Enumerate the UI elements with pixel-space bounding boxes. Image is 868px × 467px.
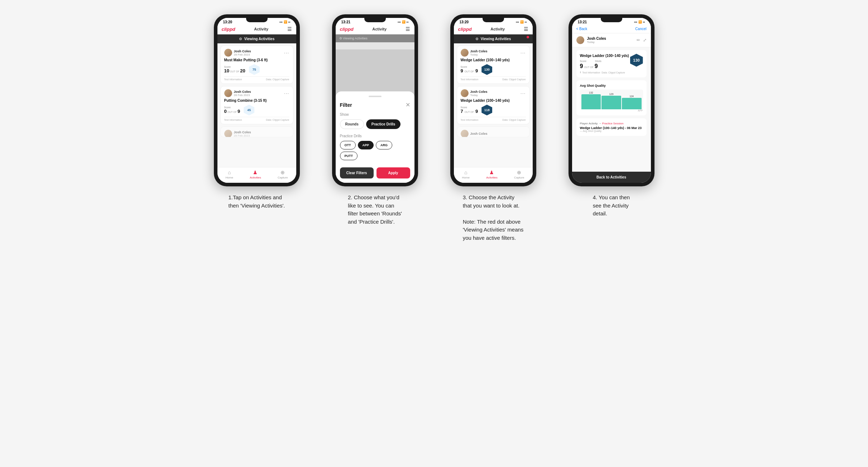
score-block-1-2: Score 0 OUT OF 9 [224, 106, 240, 114]
user-date-1-1: 28 Feb 2023 [234, 53, 251, 56]
signal-icon-2: ▪▪▪ [398, 20, 401, 24]
activity-item-3-1[interactable]: Josh Coles Today ··· Wedge Ladder (100–1… [457, 46, 530, 84]
activity-item-3-3[interactable]: Josh Coles [457, 127, 530, 137]
menu-icon-3[interactable]: ☰ [524, 26, 528, 32]
step-4: 13:21 ▪▪▪ 🛜 ▪▪ < Back Cancel [558, 14, 665, 218]
status-icons-2: ▪▪▪ 🛜 ▪▪ [398, 20, 408, 24]
sq-hex-1-2: 45 [244, 105, 254, 115]
nav-capture-1[interactable]: ⊕ Capture [278, 170, 288, 179]
activities-icon-1: ♟ [253, 170, 258, 175]
bar-2-4 [601, 96, 621, 109]
nav-activities-1[interactable]: ♟ Activities [250, 170, 261, 179]
detail-user-name-4: Josh Coles [587, 37, 606, 40]
status-icons-4: ▪▪▪ 🛜 ▪▪ [634, 20, 645, 24]
notch-4 [601, 18, 622, 22]
drill-putt-2[interactable]: PUTT [340, 152, 358, 160]
back-button-4[interactable]: < Back [576, 27, 588, 31]
back-activities-button-4[interactable]: Back to Activities [572, 172, 651, 183]
signal-icon-4: ▪▪▪ [634, 20, 637, 24]
viewing-bar-1[interactable]: ⚙ Viewing Activities [217, 34, 296, 43]
info-row-1-1: Test Information Data: Clippd Capture [224, 76, 289, 81]
phone-4: 13:21 ▪▪▪ 🛜 ▪▪ < Back Cancel [569, 14, 654, 186]
signal-icon-3: ▪▪▪ [516, 20, 519, 24]
step-3: 13:20 ▪▪▪ 🛜 ▪▪ clippd Activity ☰ ⚙ Viewi… [440, 14, 547, 242]
app-logo-3: clippd [458, 27, 472, 32]
nav-activities-3[interactable]: ♟ Activities [486, 170, 498, 179]
app-logo-1: clippd [222, 27, 235, 32]
app-title-1: Activity [254, 27, 268, 31]
more-icon-1-2[interactable]: ··· [284, 90, 289, 96]
activity-item-1-1[interactable]: Josh Coles 28 Feb 2023 ··· Must Make Put… [220, 46, 293, 84]
caption-4: 4. You can then see the Activity detail. [593, 194, 630, 218]
drill-arg-2[interactable]: ARG [376, 141, 392, 149]
app-title-2: Activity [372, 27, 387, 31]
battery-icon-3: ▪▪ [525, 20, 527, 24]
score-val-4: 9 [580, 63, 583, 70]
activity-item-1-2[interactable]: Josh Coles 28 Feb 2023 ··· Putting Combi… [220, 86, 293, 124]
stats-row-1-2: Score 0 OUT OF 9 45 [224, 105, 289, 115]
app-title-3: Activity [490, 27, 505, 31]
app-logo-2: clippd [340, 27, 354, 32]
user-name-1-3: Josh Coles [234, 130, 251, 134]
sq-hex-3-2: 118 [481, 105, 492, 115]
wifi-icon-2: 🛜 [402, 20, 406, 24]
nav-home-3[interactable]: ⌂ Home [462, 170, 470, 179]
signal-icon: ▪▪▪ [279, 20, 283, 24]
sq-hex-3-1: 130 [481, 64, 492, 75]
caption-3: 3. Choose the Activity that you want to … [463, 194, 524, 242]
menu-icon-1[interactable]: ☰ [287, 26, 292, 32]
user-name-3-1: Josh Coles [470, 49, 488, 53]
score-block-3-1: Score 9 OUT OF 9 [461, 66, 478, 73]
user-date-1-2: 28 Feb 2023 [234, 94, 251, 97]
edit-icon-4[interactable]: ✏ [637, 38, 640, 43]
more-icon-1-1[interactable]: ··· [284, 50, 289, 56]
user-date-3-1: Today [470, 53, 488, 56]
stats-row-1-1: Score 10 OUT OF 20 75 [224, 64, 289, 75]
drill-ott-2[interactable]: OTT [340, 141, 356, 149]
avatar-1-1 [224, 49, 232, 57]
nav-capture-label-1: Capture [278, 176, 288, 179]
red-dot-3 [527, 36, 529, 38]
more-icon-3-2[interactable]: ··· [521, 90, 526, 96]
activity-item-1-3[interactable]: Josh Coles 28 Feb 2023 [220, 127, 293, 137]
nav-home-1[interactable]: ⌂ Home [226, 170, 233, 179]
activity-title-1-1: Must Make Putting (3-6 ft) [224, 58, 289, 62]
cancel-button-4[interactable]: Cancel [635, 27, 646, 31]
detail-user-info-4: Josh Coles Today [576, 36, 606, 44]
modal-close-2[interactable]: ✕ [406, 101, 410, 108]
info-icon-4: ℹ [580, 71, 581, 74]
more-icon-3-1[interactable]: ··· [521, 50, 526, 56]
expand-icon-4[interactable]: ⤢ [643, 38, 647, 43]
drills-label-2: Practice Drills [340, 134, 410, 138]
activity-title-1-2: Putting Combine (3-15 ft) [224, 99, 289, 103]
clear-filters-button-2[interactable]: Clear Filters [340, 167, 374, 178]
drill-app-2[interactable]: APP [358, 141, 374, 149]
apply-button-2[interactable]: Apply [377, 167, 410, 178]
activity-item-3-2[interactable]: Josh Coles Today ··· Wedge Ladder (100–1… [457, 86, 530, 124]
score-card-4: Wedge Ladder (100–140 yds) Score Shots 9… [576, 50, 647, 77]
menu-icon-2[interactable]: ☰ [406, 26, 410, 32]
user-row-1-1: Josh Coles 28 Feb 2023 ··· [224, 49, 289, 57]
sq-card-4: Avg Shot Quality 132 129 [576, 80, 647, 115]
tab-practice-drills-2[interactable]: Practice Drills [366, 119, 401, 129]
user-name-3-2: Josh Coles [470, 90, 488, 94]
bar-1-4 [581, 94, 601, 109]
nav-activities-label-1: Activities [250, 176, 261, 179]
sq-title-4: Avg Shot Quality [580, 84, 643, 87]
user-info-1-2: Josh Coles 28 Feb 2023 [224, 89, 251, 97]
time-3: 13:20 [460, 20, 469, 24]
nav-capture-label-3: Capture [514, 176, 524, 179]
session-drill-4: Wedge Ladder (100–140 yds) - 06 Mar 23 [580, 126, 643, 130]
nav-capture-3[interactable]: ⊕ Capture [514, 170, 524, 179]
tab-rounds-2[interactable]: Rounds [340, 119, 364, 129]
step-1: 13:20 ▪▪▪ 🛜 ▪▪ clippd Activity ☰ ⚙ Vi [203, 14, 311, 210]
capture-icon-1: ⊕ [280, 170, 285, 175]
status-icons-1: ▪▪▪ 🛜 ▪▪ [279, 20, 290, 24]
home-icon-1: ⌂ [228, 170, 231, 175]
filter-icon-3: ⚙ [475, 37, 479, 41]
caption-1: 1.Tap on Activities and then 'Viewing Ac… [228, 194, 285, 210]
detail-actions-4: ✏ ⤢ [637, 38, 647, 43]
filter-overlay-2: Filter ✕ Show Rounds Practice Drills Pra… [336, 49, 414, 183]
viewing-bar-3[interactable]: ⚙ Viewing Activities [454, 34, 533, 43]
bar-3-4 [622, 98, 642, 109]
